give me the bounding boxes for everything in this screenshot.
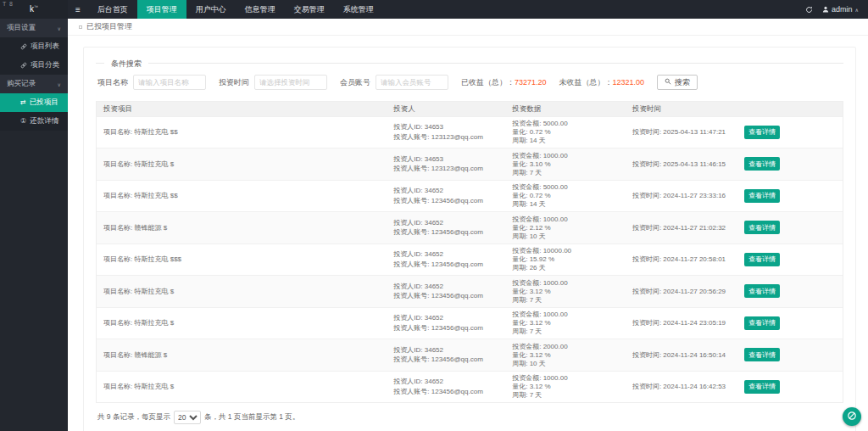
investor-cell: 投资人ID: 34652 投资人账号: 123456@qq.com [387,184,505,207]
per-page-select[interactable]: 20 [174,411,201,424]
invest-data-cell: 投资金额: 1000.00 量化: 2.12 % 周期: 10 天 [505,212,626,243]
user-icon [822,6,829,13]
invest-data-cell: 投资金额: 10000.00 量化: 15.92 % 周期: 26 天 [505,244,626,276]
invest-time-cell: 投资时间: 2024-11-27 20:58:01 [626,253,737,266]
invest-data-cell: 投资金额: 5000.00 量化: 0.72 % 周期: 14 天 [505,181,626,212]
member-account-label: 会员账号 [340,77,370,88]
actions-cell: 查看详情 [737,123,843,142]
search-row: 项目名称 投资时间 会员账号 已收益（总）：73271.20 [96,64,843,99]
logo-area: T 8 k™ [0,0,68,19]
sidebar-item-project-list[interactable]: 项目列表 [0,37,68,56]
logo-mini-text: T 8 [3,1,14,7]
search-fieldset: 条件搜索 项目名称 投资时间 会员账号 已收益（总）： [96,63,843,99]
sidebar-item-project-category[interactable]: 项目分类 [0,56,68,75]
investor-cell: 投资人ID: 34652 投资人账号: 123456@qq.com [387,375,505,398]
project-name-cell: 项目名称: 特斯拉充电 $$ [97,189,387,203]
floating-action-button[interactable] [843,407,861,426]
sidebar-item-repayment-details[interactable]: ① 还款详情 [0,112,68,131]
investor-cell: 投资人ID: 34652 投资人账号: 123456@qq.com [387,344,505,367]
invest-data-cell: 投资金额: 2000.00 量化: 3.12 % 周期: 10 天 [505,339,626,371]
project-name-field: 项目名称 [97,75,206,90]
content-card: 条件搜索 项目名称 投资时间 会员账号 已收益（总）： [83,47,856,431]
project-name-cell: 项目名称: 赣锋能源 $ [97,349,387,362]
table-row: 项目名称: 赣锋能源 $ 投资人ID: 34652 投资人账号: 123456@… [97,211,843,243]
table-row: 项目名称: 特斯拉充电 $$ 投资人ID: 34653 投资人账号: 12312… [97,116,843,148]
table-row: 项目名称: 特斯拉充电 $ 投资人ID: 34652 投资人账号: 123456… [97,275,843,307]
invested-projects-table: 投资项目 投资人 投资数据 投资时间 项目名称: 特斯拉充电 $$ 投资人ID:… [96,101,843,403]
member-account-input[interactable] [376,75,448,90]
view-details-button[interactable]: 查看详情 [744,157,780,171]
project-name-cell: 项目名称: 特斯拉充电 $$ [97,126,387,139]
view-details-button[interactable]: 查看详情 [744,189,780,203]
investor-cell: 投资人ID: 34653 投资人账号: 123123@qq.com [387,153,505,176]
sidebar: 项目设置 ∨ 项目列表 项目分类 购买记录 ∨ ⇄ 已投项目 ① 还款详情 [0,19,68,431]
view-details-button[interactable]: 查看详情 [744,126,780,139]
search-icon [665,78,671,87]
table-row: 项目名称: 特斯拉充电 $ 投资人ID: 34653 投资人账号: 123123… [97,148,843,180]
view-details-button[interactable]: 查看详情 [744,253,780,266]
sidebar-group-purchase-records[interactable]: 购买记录 ∨ [0,75,68,93]
view-details-button[interactable]: 查看详情 [744,316,780,330]
info-circle-icon: ① [20,118,26,125]
project-name-label: 项目名称 [97,77,128,88]
actions-cell: 查看详情 [737,187,843,205]
refresh-icon[interactable] [805,6,813,14]
hamburger-icon: ≡ [75,5,81,14]
slash-circle-icon [847,409,857,424]
view-details-button[interactable]: 查看详情 [744,221,780,234]
top-navbar: T 8 k™ ≡ 后台首页 项目管理 用户中心 信息管理 交易管理 系统管理 a… [0,0,868,19]
header-actions [737,106,843,112]
sidebar-collapse-button[interactable]: ≡ [68,0,88,19]
admin-name: admin [832,5,853,14]
investor-cell: 投资人ID: 34652 投资人账号: 123456@qq.com [387,280,505,303]
pagination-bar: 共 9 条记录，每页显示 20 条，共 1 页当前显示第 1 页。 [96,403,843,426]
table-header: 投资项目 投资人 投资数据 投资时间 [97,102,843,116]
invest-data-cell: 投资金额: 1000.00 量化: 3.10 % 周期: 7 天 [505,148,626,180]
brand-logo: k™ [30,4,38,14]
sidebar-item-invested-projects[interactable]: ⇄ 已投项目 [0,93,68,112]
view-details-button[interactable]: 查看详情 [744,380,780,394]
nav-item-trades[interactable]: 交易管理 [285,0,334,19]
chevron-down-icon: ∨ [58,81,61,87]
admin-dropdown[interactable]: admin ∧ [822,5,859,14]
header-time: 投资时间 [626,102,737,116]
project-name-input[interactable] [133,75,206,90]
admin-app: T 8 k™ ≡ 后台首页 项目管理 用户中心 信息管理 交易管理 系统管理 a… [0,0,868,431]
member-account-field: 会员账号 [340,75,448,90]
table-row: 项目名称: 特斯拉充电 $ 投资人ID: 34652 投资人账号: 123456… [97,307,843,339]
actions-cell: 查看详情 [737,250,843,269]
link-icon [20,43,27,50]
table-row: 项目名称: 特斯拉充电 $ 投资人ID: 34652 投资人账号: 123456… [97,371,843,403]
actions-cell: 查看详情 [737,345,843,364]
invest-time-cell: 投资时间: 2024-11-24 23:05:19 [626,316,737,330]
top-nav-menu: 后台首页 项目管理 用户中心 信息管理 交易管理 系统管理 [88,0,383,19]
table-row: 项目名称: 赣锋能源 $ 投资人ID: 34652 投资人账号: 123456@… [97,339,843,371]
actions-cell: 查看详情 [737,218,843,237]
pagination-suffix: 条，共 1 页当前显示第 1 页。 [204,412,299,423]
view-details-button[interactable]: 查看详情 [744,348,780,361]
invest-time-input[interactable] [254,75,327,90]
chevron-down-icon: ∨ [58,25,61,31]
invest-time-label: 投资时间 [219,77,249,88]
nav-item-info[interactable]: 信息管理 [236,0,285,19]
pagination-prefix: 共 9 条记录，每页显示 [97,412,170,423]
view-details-button[interactable]: 查看详情 [744,284,780,298]
invest-time-cell: 投资时间: 2024-11-27 20:56:29 [626,285,737,299]
table-row: 项目名称: 特斯拉充电 $$ 投资人ID: 34652 投资人账号: 12345… [97,180,843,212]
search-button[interactable]: 搜索 [657,75,698,90]
invest-time-cell: 投资时间: 2024-11-24 16:50:14 [626,349,737,362]
header-investor: 投资人 [387,102,505,116]
table-body: 项目名称: 特斯拉充电 $$ 投资人ID: 34653 投资人账号: 12312… [97,116,843,403]
sidebar-group-project-settings[interactable]: 项目设置 ∨ [0,19,68,37]
actions-cell: 查看详情 [737,314,843,333]
nav-item-projects[interactable]: 项目管理 [137,0,186,19]
nav-item-system[interactable]: 系统管理 [334,0,383,19]
page-title: 已投项目管理 [86,21,132,32]
invest-data-cell: 投资金额: 1000.00 量化: 3.12 % 周期: 7 天 [505,372,626,403]
search-legend: 条件搜索 [104,59,148,70]
nav-item-dashboard[interactable]: 后台首页 [88,0,137,19]
breadcrumb: 已投项目管理 [68,19,868,36]
invest-time-cell: 投资时间: 2024-11-27 23:33:16 [626,189,737,203]
nav-item-users[interactable]: 用户中心 [186,0,236,19]
invest-time-cell: 投资时间: 2024-11-27 21:02:32 [626,221,737,235]
